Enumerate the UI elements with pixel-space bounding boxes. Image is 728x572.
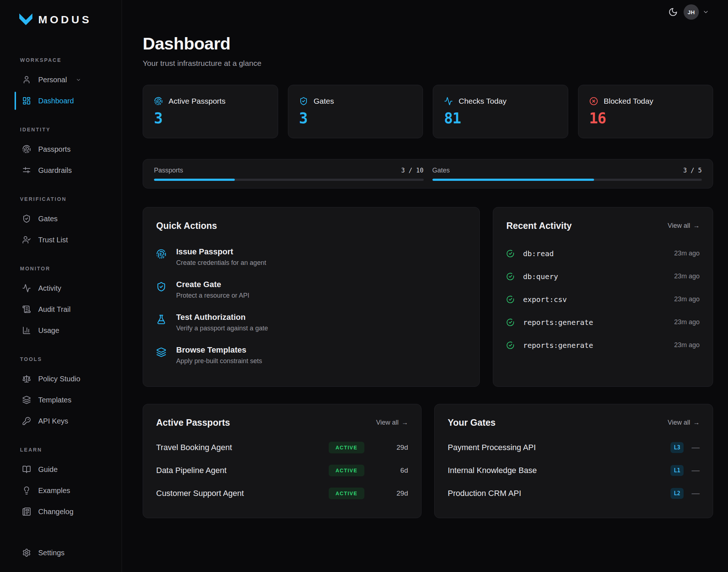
sidebar-item-audit-trail[interactable]: Audit Trail bbox=[0, 299, 122, 320]
quick-action-browse-templates[interactable]: Browse Templates Apply pre-built constra… bbox=[156, 345, 466, 365]
activity-action: reports:generate bbox=[523, 318, 593, 327]
chevron-down-icon bbox=[703, 9, 709, 15]
status-badge: ACTIVE bbox=[329, 442, 364, 453]
activity-row: reports:generate 23m ago bbox=[506, 334, 700, 357]
page-subtitle: Your trust infrastructure at a glance bbox=[143, 59, 713, 68]
sidebar-item-label: Examples bbox=[38, 486, 70, 495]
stat-card-checks-today: Checks Today 81 bbox=[433, 85, 568, 138]
user-menu[interactable]: JH bbox=[684, 4, 709, 20]
avatar: JH bbox=[684, 4, 699, 20]
quick-action-test-authorization[interactable]: Test Authorization Verify a passport aga… bbox=[156, 313, 466, 332]
gate-row: Internal Knowledge Base L1 — bbox=[448, 459, 700, 482]
passport-row: Data Pipeline Agent ACTIVE 6d bbox=[156, 459, 408, 482]
layout-dashboard-icon bbox=[22, 96, 31, 105]
sidebar-item-activity[interactable]: Activity bbox=[0, 278, 122, 299]
fingerprint-icon bbox=[156, 249, 166, 259]
gates-list: Payment Processing API L3 — Internal Kno… bbox=[448, 436, 700, 505]
gate-metric: — bbox=[684, 489, 700, 498]
fingerprint-icon bbox=[22, 145, 31, 154]
sidebar-item-policy-studio[interactable]: Policy Studio bbox=[0, 368, 122, 389]
sidebar-item-api-keys[interactable]: API Keys bbox=[0, 410, 122, 432]
main-content: JH Dashboard Your trust infrastructure a… bbox=[122, 0, 728, 572]
activity-icon bbox=[444, 97, 453, 106]
stat-card-gates: Gates 3 bbox=[288, 85, 423, 138]
sidebar-item-templates[interactable]: Templates bbox=[0, 389, 122, 410]
activity-action: reports:generate bbox=[523, 341, 593, 350]
fingerprint-icon bbox=[154, 97, 163, 106]
section-label-monitor: MONITOR bbox=[20, 266, 122, 271]
sidebar-item-settings[interactable]: Settings bbox=[0, 542, 122, 563]
view-all-label: View all bbox=[668, 419, 690, 426]
activity-action: db:query bbox=[523, 272, 558, 281]
activity-icon bbox=[22, 284, 31, 293]
activity-action: export:csv bbox=[523, 295, 567, 304]
theme-toggle-button[interactable] bbox=[668, 7, 678, 17]
gate-row: Production CRM API L2 — bbox=[448, 482, 700, 505]
sidebar-item-guide[interactable]: Guide bbox=[0, 459, 122, 480]
activity-row: db:read 23m ago bbox=[506, 242, 700, 265]
app-root: MODUS WORKSPACE Personal Dashboard IDENT… bbox=[0, 0, 728, 572]
activity-row: export:csv 23m ago bbox=[506, 288, 700, 311]
activity-row: db:query 23m ago bbox=[506, 265, 700, 288]
quick-action-create-gate[interactable]: Create Gate Protect a resource or API bbox=[156, 280, 466, 299]
view-all-label: View all bbox=[668, 222, 690, 230]
gate-name: Internal Knowledge Base bbox=[448, 466, 537, 475]
quick-action-issue-passport[interactable]: Issue Passport Create credentials for an… bbox=[156, 247, 466, 267]
arrow-right-icon: → bbox=[693, 222, 700, 230]
layers-icon bbox=[156, 347, 166, 357]
section-label-verification: VERIFICATION bbox=[20, 196, 122, 202]
sidebar-item-personal[interactable]: Personal bbox=[0, 69, 122, 90]
view-all-activity-link[interactable]: View all → bbox=[668, 222, 700, 230]
user-check-icon bbox=[22, 235, 31, 244]
key-icon bbox=[22, 417, 31, 425]
scale-icon bbox=[22, 374, 31, 383]
sidebar-item-usage[interactable]: Usage bbox=[0, 320, 122, 341]
sidebar-item-guardrails[interactable]: Guardrails bbox=[0, 160, 122, 181]
sidebar-item-label: Guardrails bbox=[38, 166, 72, 175]
sidebar-item-gates[interactable]: Gates bbox=[0, 208, 122, 229]
sidebar-item-changelog[interactable]: Changelog bbox=[0, 501, 122, 522]
section-label-identity: IDENTITY bbox=[20, 127, 122, 132]
gate-row: Payment Processing API L3 — bbox=[448, 436, 700, 459]
gate-metric: — bbox=[684, 443, 700, 452]
sidebar-item-label: Templates bbox=[38, 396, 71, 404]
view-all-passports-link[interactable]: View all → bbox=[376, 419, 408, 426]
sidebar-item-dashboard[interactable]: Dashboard bbox=[0, 90, 122, 111]
sidebar-item-passports[interactable]: Passports bbox=[0, 139, 122, 160]
level-badge: L3 bbox=[670, 442, 684, 453]
stat-card-blocked-today: Blocked Today 16 bbox=[578, 85, 713, 138]
sidebar-item-examples[interactable]: Examples bbox=[0, 480, 122, 501]
page-title: Dashboard bbox=[143, 33, 713, 53]
flask-icon bbox=[156, 314, 166, 325]
stat-label: Checks Today bbox=[459, 97, 507, 106]
card-title: Your Gates bbox=[448, 417, 496, 428]
bar-chart-icon bbox=[22, 326, 31, 335]
check-circle-icon bbox=[506, 273, 514, 281]
sidebar-item-label: Trust List bbox=[38, 236, 68, 244]
sidebar-section-tools: TOOLS Policy Studio Templates API Keys bbox=[0, 341, 122, 432]
sidebar-item-label: Changelog bbox=[38, 508, 74, 516]
modus-logo-icon bbox=[19, 13, 33, 26]
view-all-gates-link[interactable]: View all → bbox=[668, 419, 700, 426]
activity-time: 23m ago bbox=[674, 295, 700, 303]
topbar: JH bbox=[668, 4, 709, 20]
progress-fill bbox=[154, 179, 235, 181]
sidebar-item-label: Guide bbox=[38, 465, 58, 474]
arrow-right-icon: → bbox=[401, 419, 408, 426]
user-icon bbox=[22, 75, 31, 84]
layers-icon bbox=[22, 396, 31, 404]
mid-row: Quick Actions Issue Passport Create cred… bbox=[143, 207, 713, 387]
quick-action-subtitle: Verify a passport against a gate bbox=[176, 325, 268, 332]
sidebar-item-trust-list[interactable]: Trust List bbox=[0, 229, 122, 250]
recent-activity-card: Recent Activity View all → db:read 23m a… bbox=[493, 207, 713, 387]
moon-icon bbox=[668, 7, 678, 17]
sidebar-item-label: Passports bbox=[38, 145, 71, 154]
shield-check-icon bbox=[299, 97, 308, 106]
check-circle-icon bbox=[506, 341, 514, 349]
sidebar-item-label: Gates bbox=[38, 215, 58, 223]
quota-value: 3 / 5 bbox=[683, 167, 702, 174]
scroll-icon bbox=[22, 305, 31, 314]
quick-action-subtitle: Apply pre-built constraint sets bbox=[176, 357, 262, 365]
sidebar-item-label: Usage bbox=[38, 326, 59, 335]
stat-card-active-passports: Active Passports 3 bbox=[143, 85, 278, 138]
